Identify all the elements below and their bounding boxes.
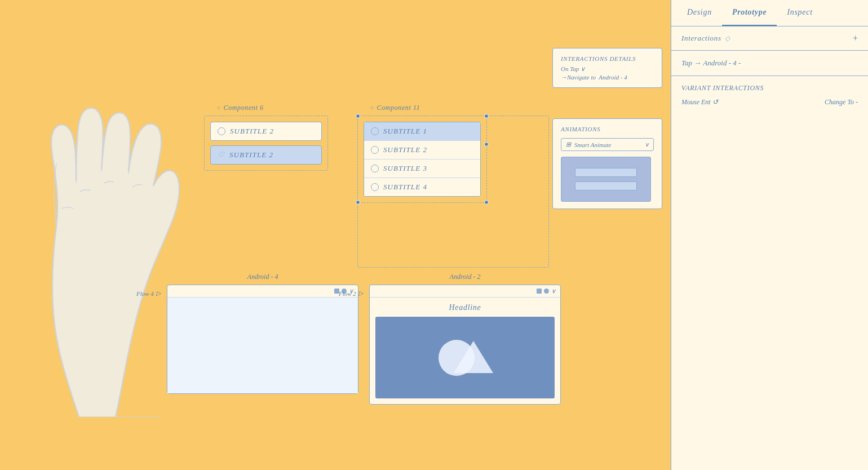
change-to-label: Change To - bbox=[825, 98, 858, 107]
tab-prototype[interactable]: Prototype bbox=[722, 0, 777, 26]
panel-tap-row[interactable]: Tap → Android - 4 - bbox=[671, 51, 868, 76]
interactions-trigger: On Tap ∨ bbox=[561, 65, 654, 73]
android-4-name: Android - 4 bbox=[247, 273, 278, 281]
dots-icon-6: ⁘ bbox=[216, 105, 221, 111]
component-11-label: ⁘ Component 11 bbox=[369, 104, 420, 112]
sel-dot-tr bbox=[484, 114, 489, 118]
component-6-item-2[interactable]: ♡ Subtitle 2 bbox=[210, 145, 322, 165]
btn-chevron-2: ∨ bbox=[551, 287, 556, 295]
component-11-inner: Subtitle 1 Subtitle 2 Subtitle 3 Subtitl… bbox=[364, 122, 481, 197]
android-4-content bbox=[167, 298, 358, 393]
panel-variant-title: Variant Interactions bbox=[681, 84, 858, 92]
dots-icon-11: ⁘ bbox=[369, 105, 374, 111]
anim-bar-1 bbox=[575, 168, 637, 177]
panel-mouse-row: Mouse Ent ↺ Change To - bbox=[681, 98, 858, 107]
sel-dot-bl bbox=[356, 200, 360, 205]
component-6-item-1[interactable]: Subtitle 2 bbox=[210, 122, 322, 141]
panel-tabs: Design Prototype Inspect bbox=[671, 0, 868, 26]
smart-animate-label: Smart Animate bbox=[574, 141, 612, 148]
component-11: ⁘ Component 11 Subtitle 1 Subtitle 2 Sub… bbox=[357, 116, 487, 203]
interactions-detail-title: Interactions Details bbox=[561, 55, 654, 62]
heart-icon: ♡ bbox=[218, 150, 225, 159]
panel-interactions-header: Interactions ◇ + bbox=[671, 26, 868, 51]
radio-circle-1 bbox=[218, 127, 225, 135]
btn-square-2 bbox=[537, 289, 542, 294]
android-4-frame: Android - 4 Flow 4 ▷ ∨ bbox=[167, 285, 358, 394]
smart-animate-row[interactable]: ⊞ Smart Animate ∨ bbox=[561, 138, 654, 151]
panel-interactions-title: Interactions ◇ bbox=[681, 34, 730, 43]
btn-circle-2 bbox=[544, 289, 549, 294]
animations-preview bbox=[561, 157, 651, 202]
component-6-label: ⁘ Component 6 bbox=[216, 104, 264, 112]
interactions-navigate: →Navigate to Android - 4 bbox=[561, 74, 654, 81]
tab-inspect[interactable]: Inspect bbox=[777, 0, 822, 26]
android-2-buttons: ∨ bbox=[537, 287, 556, 295]
c11-radio-3 bbox=[371, 165, 379, 172]
c11-radio-2 bbox=[371, 146, 379, 154]
flow-4-label: Flow 4 ▷ bbox=[136, 290, 161, 297]
panel-variant-section: Variant Interactions Mouse Ent ↺ Change … bbox=[671, 76, 868, 114]
sel-dot-mr bbox=[484, 142, 489, 147]
sel-dot-tl bbox=[356, 114, 360, 118]
c11-item-4[interactable]: Subtitle 4 bbox=[364, 178, 480, 196]
canvas: Interactions Details On Tap ∨ →Navigate … bbox=[0, 0, 671, 470]
sel-dot-br bbox=[484, 200, 489, 205]
android-2-name: Android - 2 bbox=[450, 273, 481, 281]
animations-title: Animations bbox=[561, 126, 654, 132]
c11-item-1[interactable]: Subtitle 1 bbox=[364, 122, 480, 141]
c11-radio-1 bbox=[371, 127, 379, 135]
android-2-content-area: Headline bbox=[370, 298, 560, 404]
component-6: ⁘ Component 6 Subtitle 2 ♡ Subtitle 2 bbox=[204, 116, 328, 171]
android-2-titlebar: ∨ bbox=[370, 285, 560, 298]
c11-item-2[interactable]: Subtitle 2 bbox=[364, 141, 480, 159]
android-4-titlebar: ∨ bbox=[167, 285, 358, 298]
logo-svg bbox=[431, 332, 499, 383]
tab-design[interactable]: Design bbox=[677, 0, 722, 26]
interaction-diamond-icon: ◇ bbox=[725, 34, 730, 43]
flow-2-label: Flow 2 ▷ bbox=[339, 290, 363, 297]
c11-radio-4 bbox=[371, 183, 379, 191]
add-interaction-button[interactable]: + bbox=[853, 33, 858, 43]
animations-box: Animations ⊞ Smart Animate ∨ bbox=[552, 118, 662, 209]
android-2-frame: Android - 2 Flow 2 ▷ ∨ Headline bbox=[369, 285, 561, 405]
interactions-detail-box: Interactions Details On Tap ∨ →Navigate … bbox=[552, 48, 662, 88]
android-2-headline: Headline bbox=[375, 303, 555, 312]
android-2-image bbox=[375, 317, 555, 398]
right-panel: Design Prototype Inspect Interactions ◇ … bbox=[671, 0, 868, 470]
c11-item-3[interactable]: Subtitle 3 bbox=[364, 159, 480, 178]
mouse-ent-label: Mouse Ent ↺ bbox=[681, 98, 718, 107]
anim-bar-2 bbox=[575, 181, 637, 190]
